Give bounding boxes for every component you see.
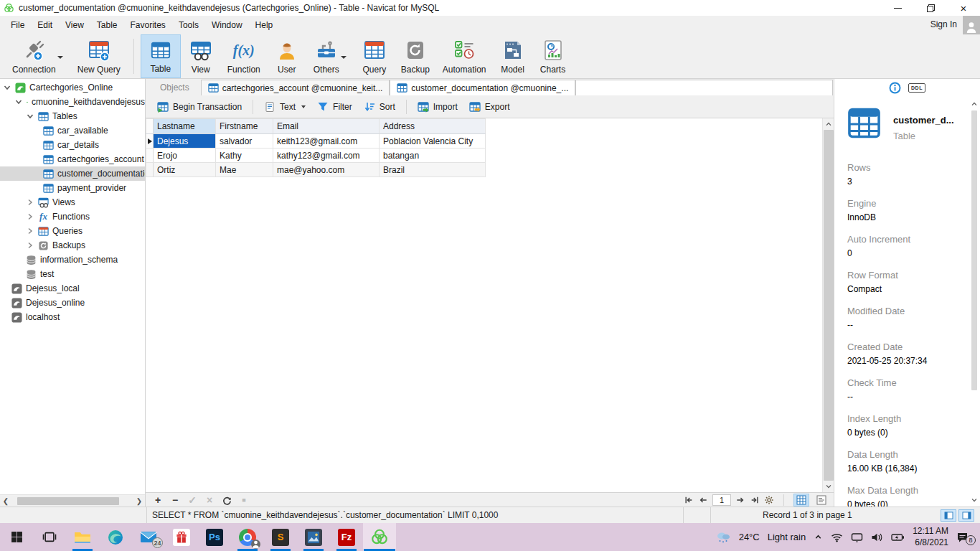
next-page-icon[interactable] bbox=[735, 496, 745, 504]
restore-button[interactable] bbox=[914, 0, 947, 16]
wifi-icon[interactable] bbox=[831, 532, 843, 542]
backup-button[interactable]: Backup bbox=[395, 34, 436, 78]
menu-file[interactable]: File bbox=[4, 17, 31, 34]
touch-indicator-icon[interactable] bbox=[851, 532, 863, 542]
tree-item-connection[interactable]: Dejesus_local bbox=[0, 281, 145, 296]
chevron-down-icon[interactable] bbox=[26, 112, 34, 121]
tree-item-database[interactable]: information_schema bbox=[0, 253, 145, 267]
hidden-icons-chevron[interactable] bbox=[814, 533, 823, 541]
grid-cell[interactable]: Kathy bbox=[216, 149, 273, 163]
grid-cell[interactable]: Ortiz bbox=[154, 163, 216, 177]
scroll-down-icon[interactable] bbox=[823, 481, 834, 492]
minimize-button[interactable] bbox=[881, 0, 914, 16]
taskbar-photos[interactable] bbox=[297, 523, 330, 551]
automation-button[interactable]: Automation bbox=[436, 34, 493, 78]
last-page-icon[interactable] bbox=[750, 496, 760, 504]
menu-table[interactable]: Table bbox=[90, 17, 124, 34]
grid-cell[interactable]: Brazil bbox=[380, 163, 486, 177]
grid-cell[interactable]: Mae bbox=[216, 163, 273, 177]
scrollbar-thumb[interactable] bbox=[971, 110, 977, 390]
notification-center-button[interactable]: 8 bbox=[956, 532, 973, 543]
scroll-left-icon[interactable]: ❮ bbox=[0, 497, 11, 505]
grid-cell-selected[interactable]: Dejesus bbox=[154, 134, 216, 149]
close-button[interactable]: × bbox=[947, 0, 980, 16]
tree-item-table[interactable]: payment_provider bbox=[0, 181, 145, 195]
page-number-input[interactable]: 1 bbox=[712, 494, 731, 506]
menu-tools[interactable]: Tools bbox=[172, 17, 205, 34]
sign-in-link[interactable]: Sign In bbox=[930, 19, 957, 29]
menu-edit[interactable]: Edit bbox=[31, 17, 59, 34]
grid-cell[interactable]: batangan bbox=[380, 149, 486, 163]
filter-button[interactable]: Filter bbox=[311, 98, 358, 116]
refresh-icon[interactable] bbox=[219, 494, 235, 506]
delete-record-icon[interactable]: − bbox=[167, 494, 183, 507]
tree-item-tables[interactable]: Tables bbox=[0, 109, 145, 123]
menu-window[interactable]: Window bbox=[205, 17, 249, 34]
menu-help[interactable]: Help bbox=[249, 17, 280, 34]
sidebar-horizontal-scrollbar[interactable]: ❮ ❯ bbox=[0, 494, 145, 507]
column-header[interactable]: Firstname bbox=[216, 119, 273, 134]
chevron-down-icon[interactable] bbox=[301, 105, 306, 108]
scrollbar-thumb[interactable] bbox=[17, 497, 119, 505]
taskbar-navicat[interactable] bbox=[363, 523, 396, 551]
chevron-down-icon[interactable] bbox=[3, 83, 11, 92]
taskbar-mail[interactable]: 24 bbox=[132, 523, 165, 551]
export-button[interactable]: Export bbox=[463, 98, 516, 116]
table-button[interactable]: Table bbox=[141, 34, 181, 78]
speaker-icon[interactable] bbox=[871, 532, 883, 542]
taskbar-photoshop[interactable]: Ps bbox=[198, 523, 231, 551]
weather-condition[interactable]: Light rain bbox=[768, 532, 806, 542]
model-button[interactable]: Model bbox=[493, 34, 533, 78]
start-button[interactable] bbox=[0, 523, 33, 551]
tree-item-table[interactable]: car_available bbox=[0, 123, 145, 138]
ddl-button[interactable]: DDL bbox=[908, 83, 925, 93]
grid-cell[interactable]: salvador bbox=[216, 134, 273, 149]
avatar[interactable] bbox=[963, 16, 980, 34]
discard-changes-icon[interactable]: × bbox=[202, 494, 217, 507]
text-mode-button[interactable]: Text bbox=[258, 98, 311, 116]
import-button[interactable]: Import bbox=[412, 98, 463, 116]
chevron-right-icon[interactable] bbox=[26, 241, 34, 250]
tree-item-database[interactable]: test bbox=[0, 267, 145, 281]
chevron-right-icon[interactable] bbox=[26, 227, 34, 235]
column-header[interactable]: Email bbox=[273, 119, 380, 134]
stop-icon[interactable]: ■ bbox=[236, 494, 252, 507]
task-view-button[interactable] bbox=[33, 523, 66, 551]
tree-item-connection[interactable]: Dejesus_online bbox=[0, 296, 145, 310]
previous-page-icon[interactable] bbox=[698, 496, 708, 504]
scroll-right-icon[interactable]: ❯ bbox=[133, 497, 145, 505]
menu-favorites[interactable]: Favorites bbox=[124, 17, 172, 34]
scrollbar-thumb[interactable] bbox=[824, 130, 834, 481]
toggle-left-panel-button[interactable] bbox=[941, 509, 956, 522]
sort-button[interactable]: Sort bbox=[358, 98, 401, 116]
tab-customer-documentation[interactable]: customer_documentation @cmuonine_... bbox=[390, 80, 575, 95]
tree-item-backups[interactable]: Backups bbox=[0, 238, 145, 253]
form-view-button[interactable] bbox=[814, 494, 829, 507]
grid-cell[interactable]: keith123@gmail.com bbox=[273, 134, 380, 149]
tree-item-functions[interactable]: fx Functions bbox=[0, 209, 145, 224]
chevron-down-icon[interactable] bbox=[341, 56, 347, 59]
view-button[interactable]: View bbox=[181, 34, 221, 78]
first-page-icon[interactable] bbox=[684, 496, 694, 504]
tree-item-connection[interactable]: Cartechgories_Online bbox=[0, 80, 145, 95]
tree-item-database[interactable]: cmuonine_keithdavendejesus bbox=[0, 95, 145, 109]
apply-changes-icon[interactable]: ✓ bbox=[184, 494, 200, 507]
charts-button[interactable]: Charts bbox=[533, 34, 573, 78]
chevron-down-icon[interactable] bbox=[14, 98, 23, 106]
taskbar-edge[interactable] bbox=[99, 523, 132, 551]
chevron-right-icon[interactable] bbox=[26, 198, 34, 207]
new-query-button[interactable]: New Query bbox=[71, 34, 127, 78]
taskbar-gift-app[interactable] bbox=[165, 523, 198, 551]
column-header[interactable]: Lastname bbox=[154, 119, 216, 134]
taskbar-chrome[interactable] bbox=[231, 523, 264, 551]
tree-item-views[interactable]: Views bbox=[0, 195, 145, 209]
grid-cell[interactable]: mae@yahoo.com bbox=[273, 163, 380, 177]
chevron-right-icon[interactable] bbox=[26, 212, 34, 221]
tree-item-table[interactable]: cartechgories_account bbox=[0, 152, 145, 166]
user-button[interactable]: User bbox=[267, 34, 307, 78]
grid-cell[interactable]: Poblacion Valencia City bbox=[380, 134, 486, 149]
others-button[interactable]: Others bbox=[307, 34, 354, 78]
function-button[interactable]: f(x) Function bbox=[221, 34, 267, 78]
clock[interactable]: 12:11 AM 6/8/2021 bbox=[913, 526, 948, 548]
add-record-icon[interactable]: + bbox=[150, 494, 166, 507]
